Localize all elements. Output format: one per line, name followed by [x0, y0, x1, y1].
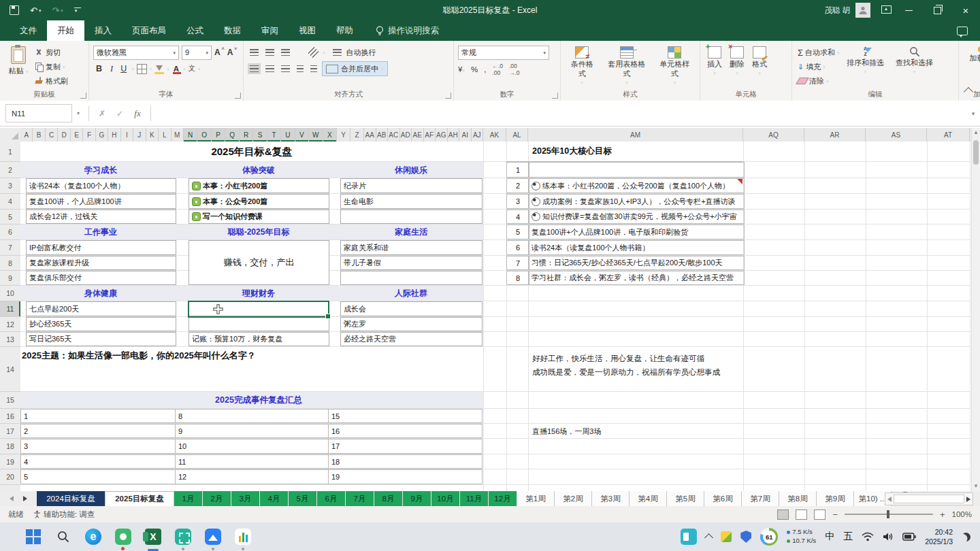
fill-color-button[interactable]: [154, 65, 164, 72]
row-header-12[interactable]: 12: [0, 317, 20, 332]
row-header-15[interactable]: 15: [0, 392, 20, 409]
sheet-tab-12月[interactable]: 12月: [489, 491, 517, 506]
column-header-AG[interactable]: AG: [436, 128, 448, 141]
dialog-launcher-icon[interactable]: [235, 93, 241, 99]
shrink-font-button[interactable]: A˅: [227, 48, 238, 57]
decrease-indent-ic on[interactable]: [297, 65, 304, 72]
delete-cells-button[interactable]: 删除▾: [727, 44, 747, 90]
zoom-out-button[interactable]: −: [832, 510, 838, 520]
horizontal-scrollbar[interactable]: [885, 492, 973, 505]
column-header-AK[interactable]: AK: [483, 128, 506, 141]
ribbon-tab-插入[interactable]: 插入: [84, 20, 122, 41]
column-header-B[interactable]: B: [33, 128, 45, 141]
page-layout-view-button[interactable]: [796, 510, 807, 520]
select-all-corner[interactable]: [0, 128, 21, 141]
row-header-16[interactable]: 16: [0, 409, 20, 424]
column-header-L[interactable]: L: [159, 128, 171, 141]
column-header-O[interactable]: O: [197, 128, 211, 141]
row-header-7[interactable]: 7: [0, 240, 20, 256]
cell[interactable]: 4: [20, 454, 176, 469]
row-header-14[interactable]: 14: [0, 347, 20, 392]
formula-input[interactable]: [155, 105, 966, 122]
column-header-K[interactable]: K: [146, 128, 159, 141]
row-header-5[interactable]: 5: [0, 210, 20, 224]
sheet-tab-2月[interactable]: 2月: [203, 491, 231, 506]
sheet-grid[interactable]: 2025年目标&复盘2025年10大核心目标学习成长体验突破休闲娱乐读书24本（…: [20, 141, 972, 491]
next-sheet-icon[interactable]: [23, 496, 27, 501]
sheet-tab-第4周[interactable]: 第4周: [630, 491, 667, 506]
sheet-tab-2024目标复盘[interactable]: 2024目标复盘: [37, 491, 105, 506]
column-header-AC[interactable]: AC: [388, 128, 400, 141]
close-button[interactable]: ×: [951, 0, 980, 20]
customize-qat-button[interactable]: [74, 7, 81, 14]
goal-item[interactable]: 习惯：日记365天/抄心经365天/七点早起200天/散步100天: [528, 256, 745, 270]
stats-button[interactable]: [234, 528, 252, 546]
column-header-I[interactable]: I: [121, 128, 133, 141]
column-header-AD[interactable]: AD: [400, 128, 412, 141]
column-header-Y[interactable]: Y: [337, 128, 350, 141]
comma-button[interactable]: ,: [484, 65, 486, 73]
sheet-tab-3月[interactable]: 3月: [231, 491, 260, 506]
align-middle-icon[interactable]: [265, 49, 274, 56]
dialog-launcher-icon[interactable]: [552, 93, 558, 99]
column-header-AJ[interactable]: AJ: [472, 128, 484, 141]
cell[interactable]: 1: [20, 409, 176, 423]
search-button[interactable]: [54, 528, 72, 546]
align-right-icon[interactable]: [281, 65, 290, 72]
cell[interactable]: 成长会: [340, 301, 483, 316]
tell-me-search[interactable]: 操作说明搜索: [376, 20, 439, 41]
cell[interactable]: 3: [20, 439, 176, 454]
wechat-button[interactable]: [114, 528, 132, 546]
cell[interactable]: 15: [328, 409, 483, 423]
font-color-button[interactable]: A: [172, 65, 180, 73]
cell[interactable]: 12: [175, 469, 329, 484]
cell[interactable]: 11: [175, 454, 329, 469]
night-mode-icon[interactable]: [962, 533, 970, 541]
goal-item[interactable]: 复盘100讲+个人品牌100讲，电子版和印刷验货: [528, 224, 745, 239]
align-top-icon[interactable]: [250, 49, 259, 56]
cell[interactable]: 19: [328, 469, 483, 484]
cell[interactable]: IP创富私教交付: [26, 240, 176, 255]
goal-item[interactable]: 成功案例：复盘家族10人+IP3人），公众号专栏+直播访谈: [528, 194, 745, 209]
snip-button[interactable]: [174, 528, 192, 546]
borders-button[interactable]: [137, 64, 147, 74]
column-header-V[interactable]: V: [295, 128, 309, 141]
horizontal-scroll-thumb[interactable]: [894, 495, 964, 503]
wifi-icon[interactable]: [862, 532, 874, 541]
cell[interactable]: 粥左罗: [340, 317, 483, 331]
column-header-D[interactable]: D: [58, 128, 70, 141]
enter-icon[interactable]: ✓: [111, 109, 129, 118]
comments-icon[interactable]: [957, 27, 968, 35]
tray-expand-icon[interactable]: [704, 533, 713, 542]
ribbon-tab-视图[interactable]: 视图: [289, 20, 326, 41]
column-header-AQ[interactable]: AQ: [743, 128, 804, 141]
clear-button[interactable]: 清除▾: [796, 74, 841, 88]
column-header-G[interactable]: G: [96, 128, 108, 141]
cell[interactable]: 读书24本（复盘100个人物）: [26, 178, 176, 193]
column-header-J[interactable]: J: [133, 128, 146, 141]
fill-button[interactable]: ⇓填充▾: [796, 60, 841, 73]
sheet-tab-第3周[interactable]: 第3周: [592, 491, 630, 506]
goal-item[interactable]: 读书24本（读复盘100个人物书籍）: [528, 240, 745, 255]
tray-app-icon[interactable]: [681, 529, 697, 545]
column-header-AT[interactable]: AT: [927, 128, 970, 141]
format-as-table-button[interactable]: 套用表格格式▾: [602, 44, 651, 90]
paste-button[interactable]: 粘贴 ▾: [4, 44, 33, 90]
column-header-AB[interactable]: AB: [376, 128, 389, 141]
align-bottom-icon[interactable]: [281, 49, 290, 56]
tray-yellow-icon[interactable]: [721, 531, 732, 542]
selected-cell-n11[interactable]: [188, 301, 329, 318]
ribbon-tab-页面布局[interactable]: 页面布局: [122, 20, 176, 41]
row-header-19[interactable]: 19: [0, 454, 20, 469]
cell[interactable]: 本事：公众号200篇: [189, 194, 329, 209]
column-header-E[interactable]: E: [71, 128, 83, 141]
cell[interactable]: 成长会12讲，过钱关: [26, 210, 176, 224]
grow-font-button[interactable]: A˄: [214, 48, 225, 57]
sheet-tab-4月[interactable]: 4月: [260, 491, 289, 506]
column-header-X[interactable]: X: [323, 128, 337, 141]
row-header-3[interactable]: 3: [0, 178, 20, 194]
wubi-indicator[interactable]: 五: [843, 531, 853, 543]
goal-item[interactable]: 练本事：小红书200篇，公众号200篇（复盘100个人物）: [528, 178, 745, 193]
cell[interactable]: 复盘俱乐部交付: [26, 271, 176, 285]
accessibility-status[interactable]: 辅助功能: 调查: [33, 510, 95, 520]
